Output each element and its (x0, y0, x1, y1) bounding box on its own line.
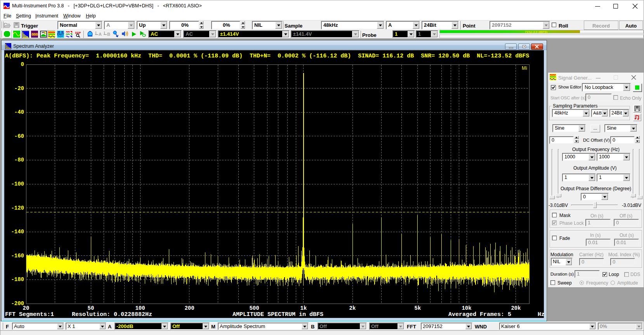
svg-text:B: B (107, 32, 110, 36)
svg-text:DUT: DUT (57, 32, 64, 36)
svg-text:A: A (99, 32, 102, 36)
svg-text:888: 888 (31, 32, 38, 37)
svg-text:DDP: DDP (75, 31, 81, 34)
